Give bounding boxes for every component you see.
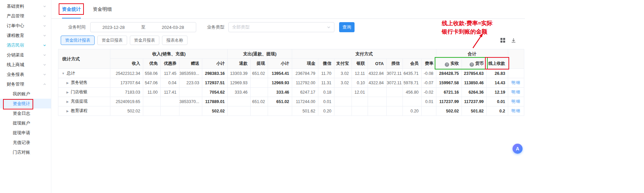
report-button-group: 资金统计报表资金日报表资金月报表报表名称 [61,36,187,45]
column-header-detail-empty [508,49,524,69]
collapse-row-icon[interactable]: ▼ [62,72,65,75]
cell-value [387,97,403,106]
help-icon[interactable]: ? [470,62,474,67]
sidebar-item-online-mall[interactable]: 线上商城 [0,60,51,69]
cell-value [251,106,268,116]
chevron-down-icon [43,24,46,28]
column-header-subtotal-expense: 小计 [268,59,292,69]
sidebar-item-order-center[interactable]: 订单中心 [0,21,51,31]
sidebar-subitem-store-reconciliation[interactable]: 门店对账 [0,147,51,157]
expand-row-icon[interactable]: ▶ [66,100,69,103]
sidebar-item-distribution-channel[interactable]: 分销渠道 [0,50,51,60]
cell-value [161,97,179,106]
cell-value [334,106,352,116]
column-header-label: 赠送 [191,61,199,66]
help-icon[interactable]: ? [445,62,449,67]
cell-value: 333.46 [268,88,292,97]
cell-value: 25240919.65 [110,97,143,106]
sidebar-subitem-withdraw-apply[interactable]: 提现申请 [0,128,51,138]
download-icon[interactable] [511,38,516,43]
toolbar: 资金统计报表资金日报表资金月报表报表名称 [51,36,525,45]
fund-monthly-report-button[interactable]: 资金月报表 [130,36,160,45]
cell-value [368,106,387,116]
cell-value [143,97,161,106]
sidebar-item-business-report[interactable]: 业务报表 [0,69,51,79]
chevron-down-icon [43,14,46,18]
cell-value: 3853593... [179,69,202,78]
tab-fund-details[interactable]: 资金明细 [93,0,112,18]
sidebar-item-label: 业务报表 [7,71,24,78]
cell-value: 117237.99 [436,97,462,106]
column-header-actual-received: ?实收 [436,59,462,69]
sidebar-subitem-recharge-record[interactable]: 充值记录 [0,138,51,147]
date-end-value[interactable]: 2024-03-28 [150,25,196,30]
sidebar-item-course-education[interactable]: 课程教育 [0,31,51,40]
sidebar-item-label: 酒店民宿 [7,42,24,48]
cell-value: 0.01 [318,97,334,106]
fund-daily-report-button[interactable]: 资金日报表 [97,36,127,45]
sidebar-subitem-fund-log[interactable]: 资金日志 [0,108,51,118]
cell-value: 117.41 [161,88,179,97]
cell-value: 501.62 [292,106,318,116]
sidebar-item-basic-info[interactable]: 基础资料 [0,1,51,11]
tab-fund-statistics[interactable]: 资金统计 [62,0,81,18]
expand-row-icon[interactable]: ▶ [66,109,69,113]
cell-value: 113850.46 [462,78,487,88]
sidebar-item-label: 基础资料 [7,3,24,9]
cell-value: 117237.99 [462,97,487,106]
cell-value: 4322.84 [368,78,387,88]
detail-link[interactable]: 明细 [512,90,521,94]
column-header-coupon: 优惠券 [161,59,179,69]
report-name-button[interactable]: 报表名称 [162,36,187,45]
detail-link[interactable]: 明细 [512,99,521,104]
column-header-discount: 优免 [143,59,161,69]
search-button[interactable]: 查询 [339,22,355,32]
column-header-label: 优惠券 [164,61,177,66]
date-range-input[interactable]: 2023-12-28 至 2024-03-28 [90,22,196,32]
column-header-label: 授信 [391,61,400,66]
cell-value [251,88,268,97]
cell-value: 0.2 [487,106,508,116]
cell-value: 558.06 [143,69,161,78]
detail-link[interactable]: 明细 [512,80,521,85]
row-name-cell: ▶票务销售 [58,78,110,88]
expand-row-icon[interactable]: ▶ [66,91,69,94]
column-header-stat-method: 统计方式 [58,49,110,69]
sidebar-subitem-fund-statistics[interactable]: 资金统计 [0,99,51,108]
cell-value: 159967.58 [436,78,462,88]
detail-cell: 明细 [508,97,524,106]
chevron-down-icon [43,44,46,47]
cell-value [251,78,268,88]
column-header-gift: 赠送 [179,59,202,69]
table-row: ▶教育课程502.02502.02501.620.200.20502.02501… [58,106,524,116]
cell-value [403,97,422,106]
expand-row-icon[interactable]: ▶ [66,81,69,85]
sidebar-item-hotel-homestay[interactable]: 酒店民宿 [0,40,51,50]
sidebar-subitem-withdraw-account[interactable]: 提现账户 [0,118,51,128]
column-header-label: 微信 [323,61,331,66]
cell-value [422,106,436,116]
chevron-down-icon [43,53,46,57]
column-header-online-received: 线上收款 [487,59,508,69]
sidebar-subitem-my-account[interactable]: 我的账户 [0,89,51,99]
date-start-value[interactable]: 2023-12-28 [91,25,137,30]
column-header-label: 支付宝 [336,61,349,66]
row-name-cell: ▼总计 [58,69,110,78]
column-header-currency: ?货币 [462,59,487,69]
cell-value: 172937.51 [202,78,228,88]
row-name-label: 充值提现 [71,99,88,104]
cell-value: 0.01 [487,97,508,106]
assistant-avatar[interactable]: A [513,144,523,154]
cell-value: 0.10 [352,78,368,88]
cell-value [161,106,179,116]
grid-icon[interactable] [500,38,505,43]
business-type-select[interactable]: 全部类型 [228,22,334,32]
sidebar-item-product-management[interactable]: 产品管理 [0,11,51,21]
sidebar-item-finance-management[interactable]: 财务管理 [0,79,51,89]
detail-link[interactable]: 明细 [512,108,521,113]
chevron-up-icon [43,83,46,86]
fund-stat-report-button[interactable]: 资金统计报表 [61,36,95,45]
cell-value: 11.70 [318,69,334,78]
business-type-placeholder: 全部类型 [232,24,250,30]
column-header-label: 优免 [149,61,158,66]
